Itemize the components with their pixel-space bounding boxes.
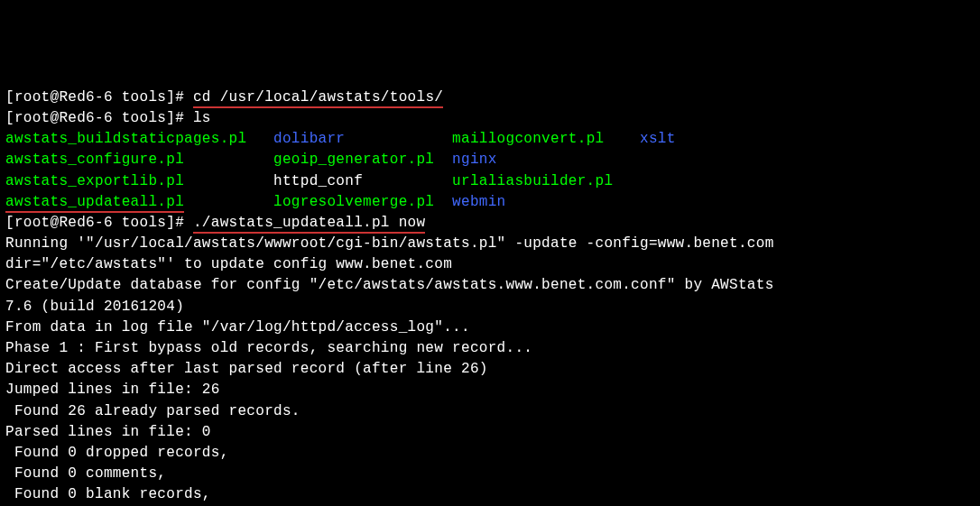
command-ls: ls xyxy=(193,110,211,126)
output-line: Found 26 already parsed records. xyxy=(5,403,300,419)
terminal-output: [root@Red6-6 tools]# cd /usr/local/awsta… xyxy=(5,87,975,506)
prompt: [root@Red6-6 tools]# xyxy=(5,89,193,106)
output-line: Parsed lines in file: 0 xyxy=(5,424,211,440)
output-line: dir="/etc/awstats"' to update config www… xyxy=(5,256,452,272)
ls-file: awstats_exportlib.pl xyxy=(5,173,184,189)
prompt: [root@Red6-6 tools]# xyxy=(5,110,193,126)
output-line: Jumped lines in file: 26 xyxy=(5,382,220,398)
ls-file: httpd_conf xyxy=(273,173,363,189)
ls-file: urlaliasbuilder.pl xyxy=(452,173,613,189)
command-cd: cd /usr/local/awstats/tools/ xyxy=(193,89,443,108)
prompt: [root@Red6-6 tools]# xyxy=(5,215,193,231)
ls-dir: webmin xyxy=(452,194,505,210)
ls-file: geoip_generator.pl xyxy=(273,152,434,168)
output-line: Running '"/usr/local/awstats/wwwroot/cgi… xyxy=(5,235,774,252)
output-line: Found 0 blank records, xyxy=(5,486,211,502)
ls-file: awstats_buildstaticpages.pl xyxy=(5,131,246,147)
ls-file: awstats_updateall.pl xyxy=(5,194,184,213)
ls-dir: dolibarr xyxy=(273,131,345,147)
ls-file: maillogconvert.pl xyxy=(452,131,604,147)
output-line: 7.6 (build 20161204) xyxy=(5,299,184,315)
output-line: Direct access after last parsed record (… xyxy=(5,361,488,377)
ls-dir: nginx xyxy=(452,152,497,168)
output-line: Found 0 comments, xyxy=(5,465,166,482)
output-line: Phase 1 : First bypass old records, sear… xyxy=(5,340,532,356)
ls-file: logresolvemerge.pl xyxy=(273,194,434,210)
ls-dir: xslt xyxy=(640,131,676,147)
output-line: From data in log file "/var/log/httpd/ac… xyxy=(5,319,470,336)
command-updateall: ./awstats_updateall.pl now xyxy=(193,215,425,234)
ls-file: awstats_configure.pl xyxy=(5,152,184,168)
output-line: Found 0 dropped records, xyxy=(5,445,229,461)
output-line: Create/Update database for config "/etc/… xyxy=(5,277,774,293)
